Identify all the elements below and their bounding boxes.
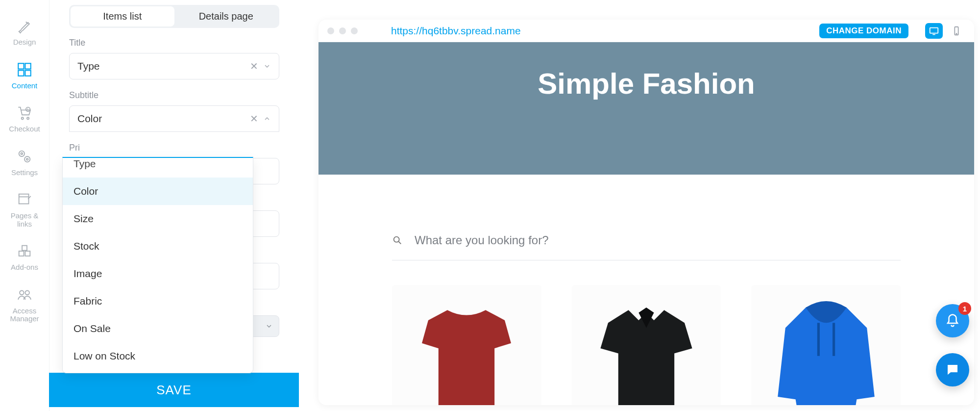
mobile-view-button[interactable] [948, 23, 965, 39]
nav-label: Settings [8, 169, 41, 177]
nav-label: Pages & links [0, 212, 49, 228]
change-domain-button[interactable]: CHANGE DOMAIN [819, 24, 908, 38]
dropdown-option-onsale[interactable]: On Sale [63, 315, 253, 342]
subtitle-dropdown: Type Color Size Stock Image Fabric On Sa… [62, 157, 253, 373]
clear-icon[interactable]: ✕ [250, 113, 258, 125]
svg-rect-1 [25, 63, 30, 69]
nav-item-design[interactable]: Design [0, 10, 49, 53]
search-icon [392, 235, 403, 246]
traffic-dot [351, 27, 358, 34]
field-label-pri: Pri [69, 143, 279, 153]
pages-icon [15, 190, 34, 209]
svg-rect-0 [18, 63, 24, 69]
product-card[interactable] [392, 285, 541, 405]
svg-point-21 [394, 237, 399, 242]
tab-items-list[interactable]: Items list [71, 6, 174, 26]
nav-label: Content [9, 82, 41, 90]
svg-point-10 [24, 156, 30, 162]
gears-icon [15, 147, 34, 166]
chevron-down-icon[interactable] [265, 322, 273, 330]
svg-point-5 [27, 117, 29, 119]
svg-point-4 [22, 117, 24, 119]
traffic-dot [327, 27, 334, 34]
chevron-up-icon[interactable] [263, 115, 271, 123]
dropdown-option-type[interactable]: Type [63, 158, 253, 178]
tab-details-page[interactable]: Details page [174, 6, 278, 26]
product-image-hoodie-blue [762, 295, 890, 405]
svg-point-20 [956, 33, 956, 34]
nav-rail: Design Content $ Checkout Settings Pages… [0, 0, 49, 411]
addons-icon [15, 242, 34, 260]
dropdown-option-image[interactable]: Image [63, 260, 253, 287]
product-grid [392, 285, 901, 405]
subtitle-select[interactable]: Color ✕ [69, 105, 279, 132]
nav-label: Add-ons [8, 263, 41, 272]
svg-point-17 [25, 290, 29, 295]
svg-point-11 [26, 158, 28, 160]
bell-icon [945, 313, 960, 328]
svg-rect-14 [25, 251, 30, 256]
preview-page: Simple Fashion What are you looking for? [318, 42, 974, 405]
nav-item-pages-links[interactable]: Pages & links [0, 183, 49, 235]
nav-item-addons[interactable]: Add-ons [0, 235, 49, 279]
notifications-fab[interactable]: 1 [936, 304, 969, 337]
site-preview: https://hq6tbbv.spread.name CHANGE DOMAI… [318, 20, 974, 405]
field-subtitle: Subtitle Color ✕ [69, 90, 279, 132]
search-placeholder: What are you looking for? [415, 233, 548, 247]
desktop-view-button[interactable] [925, 23, 943, 39]
save-button[interactable]: SAVE [49, 373, 299, 407]
preview-topbar: https://hq6tbbv.spread.name CHANGE DOMAI… [318, 20, 974, 42]
field-title: Title Type ✕ [69, 38, 279, 79]
title-select[interactable]: Type ✕ [69, 53, 279, 79]
cart-icon: $ [15, 103, 34, 122]
chevron-down-icon[interactable] [263, 62, 271, 70]
chat-icon [945, 362, 960, 377]
svg-rect-15 [22, 246, 27, 251]
nav-label: Access Manager [0, 307, 49, 323]
svg-rect-13 [19, 251, 24, 256]
search-row[interactable]: What are you looking for? [392, 233, 901, 260]
brush-icon [15, 17, 34, 35]
traffic-lights [327, 27, 358, 34]
product-image-tshirt-red [403, 295, 530, 405]
clear-icon[interactable]: ✕ [250, 60, 258, 72]
device-toggle [925, 23, 965, 39]
svg-point-9 [21, 153, 23, 154]
svg-point-8 [19, 151, 24, 156]
dropdown-option-size[interactable]: Size [63, 205, 253, 232]
url-bar[interactable]: https://hq6tbbv.spread.name [365, 25, 812, 37]
traffic-dot [339, 27, 346, 34]
product-image-polo-black [583, 295, 710, 405]
field-label-title: Title [69, 38, 279, 48]
title-value: Type [77, 60, 100, 72]
hero-section: Simple Fashion [318, 42, 974, 175]
nav-item-settings[interactable]: Settings [0, 140, 49, 184]
product-card[interactable] [751, 285, 901, 405]
svg-rect-12 [19, 194, 29, 204]
nav-item-access-manager[interactable]: Access Manager [0, 279, 49, 330]
dropdown-option-color[interactable]: Color [63, 178, 253, 205]
nav-label: Checkout [6, 125, 43, 133]
dropdown-option-stock[interactable]: Stock [63, 232, 253, 260]
grid-icon [15, 60, 34, 79]
dropdown-option-fabric[interactable]: Fabric [63, 287, 253, 315]
nav-item-checkout[interactable]: $ Checkout [0, 97, 49, 140]
users-icon [15, 285, 34, 304]
field-label-subtitle: Subtitle [69, 90, 279, 101]
notification-badge: 1 [958, 302, 971, 315]
nav-label: Design [10, 38, 39, 47]
svg-rect-3 [25, 70, 30, 76]
nav-item-content[interactable]: Content [0, 53, 49, 97]
product-card[interactable] [572, 285, 721, 405]
chat-fab[interactable] [936, 353, 969, 386]
svg-point-16 [20, 290, 24, 295]
svg-rect-18 [930, 27, 938, 33]
subtitle-value: Color [77, 113, 102, 125]
dropdown-option-lowstock[interactable]: Low on Stock [63, 342, 253, 370]
hero-title: Simple Fashion [538, 67, 755, 101]
svg-rect-2 [18, 70, 24, 76]
preview-content: What are you looking for? [318, 175, 974, 405]
panel-tab-toggle: Items list Details page [69, 5, 279, 28]
